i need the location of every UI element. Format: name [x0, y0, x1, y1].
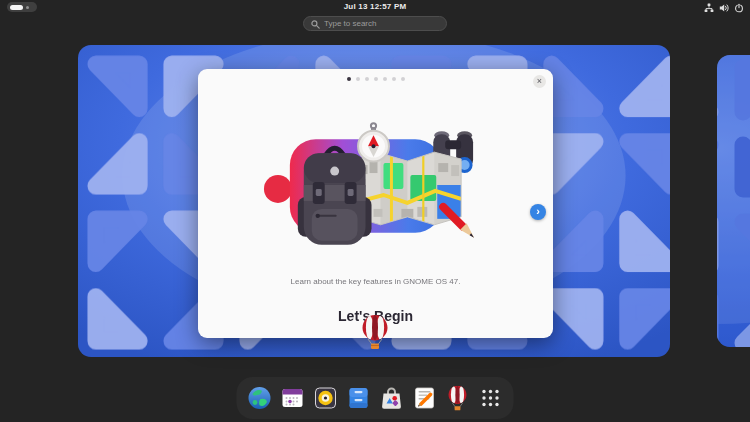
dock — [237, 377, 514, 419]
next-page-button[interactable]: › — [530, 204, 546, 220]
clock[interactable]: Jul 13 12:57 PM — [0, 0, 750, 14]
search-bar[interactable] — [303, 16, 447, 31]
software-store-icon[interactable] — [378, 384, 406, 412]
status-area[interactable] — [704, 2, 744, 13]
web-browser-icon[interactable] — [246, 384, 274, 412]
tour-illustration — [256, 119, 495, 249]
files-icon[interactable] — [345, 384, 373, 412]
carousel-dot-3[interactable] — [365, 77, 369, 81]
carousel-dot-1[interactable] — [347, 77, 351, 81]
tour-balloon-icon[interactable] — [444, 384, 472, 412]
app-grid-icon[interactable] — [477, 384, 505, 412]
carousel-dot-5[interactable] — [383, 77, 387, 81]
tour-window[interactable]: × — [198, 69, 553, 338]
backpack-icon — [298, 148, 372, 245]
top-bar: Jul 13 12:57 PM — [0, 0, 750, 15]
tour-subtitle: Learn about the key features in GNOME OS… — [198, 277, 553, 286]
search-input[interactable] — [324, 19, 439, 28]
carousel-dot-2[interactable] — [356, 77, 360, 81]
search-icon — [311, 15, 320, 33]
carousel-dot-7[interactable] — [401, 77, 405, 81]
carousel-dots — [198, 77, 553, 81]
power-icon — [734, 3, 744, 13]
network-icon — [704, 3, 714, 13]
text-editor-icon[interactable] — [411, 384, 439, 412]
carousel-dot-6[interactable] — [392, 77, 396, 81]
volume-icon — [719, 3, 729, 13]
audio-player-icon[interactable] — [312, 384, 340, 412]
wallpaper-next — [717, 55, 750, 347]
compass-icon — [358, 123, 389, 161]
workspace-preview-next[interactable] — [717, 55, 750, 347]
red-blob — [264, 175, 292, 203]
calendar-icon[interactable] — [279, 384, 307, 412]
close-icon[interactable]: × — [533, 75, 546, 88]
gnome-overview-screen: Jul 13 12:57 PM — [0, 0, 750, 422]
tour-balloon-badge[interactable] — [360, 314, 390, 350]
carousel-dot-4[interactable] — [374, 77, 378, 81]
